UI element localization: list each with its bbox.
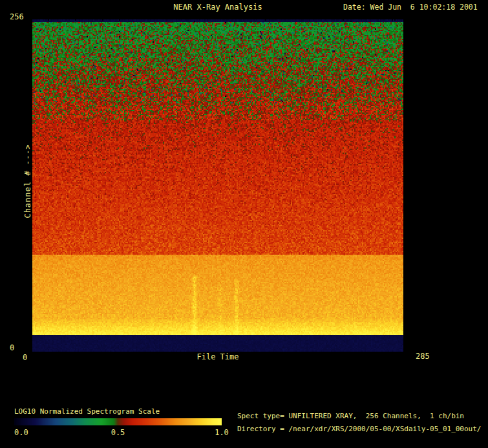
x-axis-title: File Time [32,352,403,361]
directory-line: Directory = /near/xdr/XRS/2000/05-00/XSd… [237,425,482,433]
y-axis-min-label: 0 [10,343,14,352]
colorbar-tick-min: 0.0 [14,428,28,437]
colorbar-title: LOG10 Normalized Spectrogram Scale [14,407,160,416]
y-axis-title: Channel # ---> [23,144,32,218]
x-axis-max-label: 285 [416,352,430,361]
colorbar-tick-mid: 0.5 [111,428,125,437]
colorbar-gradient [14,418,222,425]
y-axis-max-label: 256 [10,12,24,21]
spectrogram-image [32,19,403,352]
spect-type-line: Spect type= UNFILTERED XRAY, 256 Channel… [237,412,464,420]
colorbar-tick-max: 1.0 [215,428,229,437]
x-axis-min-label: 0 [23,353,27,362]
date-label: Date: Wed Jun 6 10:02:18 2001 [343,3,478,12]
colorbar-ticks: 0.0 0.5 1.0 [14,428,222,438]
xray-analysis-window: NEAR X-Ray Analysis Date: Wed Jun 6 10:0… [0,0,488,448]
